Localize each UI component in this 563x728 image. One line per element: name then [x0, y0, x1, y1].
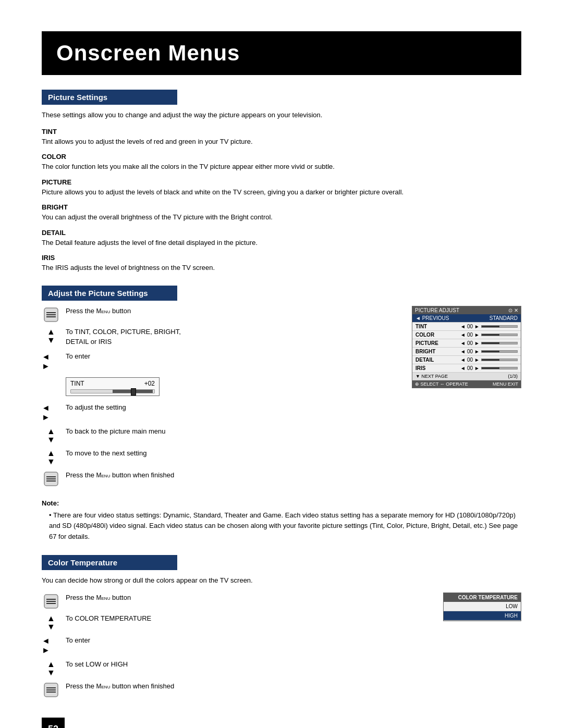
ct-menu-button-icon	[42, 593, 60, 609]
menu-page-indicator: (1/3)	[508, 374, 518, 379]
color-temp-menu-area: COLOR TEMPERATURE LOW HIGH	[443, 593, 521, 621]
setting-picture-desc: Picture allows you to adjust the levels …	[42, 187, 521, 198]
ct-low-row: LOW	[444, 602, 521, 611]
ct-updown-icon: ▲▼	[42, 613, 60, 631]
svg-rect-11	[46, 603, 56, 604]
tint-slider-thumb	[131, 388, 136, 396]
tint-box: TINT +02	[66, 377, 160, 396]
step-7: Press the Menu button when finished	[42, 470, 396, 487]
step-2: ▲▼ To TINT, COLOR, PICTURE, BRIGHT,DETAI…	[42, 327, 396, 347]
setting-iris: IRIS The IRIS adjusts the level of brigh…	[42, 254, 521, 273]
menu-previous-label: ◄ PREVIOUS	[415, 315, 449, 321]
setting-tint-label: TINT	[42, 128, 521, 135]
tint-box-value: +02	[144, 380, 155, 387]
ct-step-5-text: Press the Menu button when finished	[66, 681, 174, 692]
ct-step-5: Press the Menu button when finished	[42, 681, 427, 698]
menu-standard-label: STANDARD	[489, 315, 518, 321]
step-5: ▲▼ To back to the picture main menu	[42, 426, 396, 444]
color-temp-steps: Press the Menu button ▲▼ To COLOR TEMPER…	[42, 593, 427, 702]
menu-footer: ⊕ SELECT ↔ OPERATE MENU EXIT	[412, 380, 521, 388]
setting-detail-label: DETAIL	[42, 229, 521, 237]
menu-button-icon	[42, 306, 60, 323]
picture-adjust-menu: PICTURE ADJUST ⊙ ✕ ◄ PREVIOUS STANDARD T…	[412, 306, 521, 388]
tint-box-label: TINT	[70, 380, 84, 387]
menu-tint-row: TINT ◄ 00 ►	[412, 323, 521, 331]
setting-bright-label: BRIGHT	[42, 203, 521, 211]
menu-tint-label: TINT	[415, 324, 444, 329]
note-section: Note: • There are four video status sett…	[42, 499, 521, 542]
updown-next-icon: ▲▼	[42, 448, 60, 466]
ct-leftright-icon: ◄ ►	[42, 635, 60, 655]
menu-picture-row: PICTURE ◄ 00 ►	[412, 339, 521, 348]
step-2-text: To TINT, COLOR, PICTURE, BRIGHT,DETAIL o…	[66, 327, 181, 347]
leftright-arrow-icon: ◄ ►	[42, 351, 60, 371]
svg-rect-9	[46, 599, 56, 600]
ct-menu-title: COLOR TEMPERATURE	[444, 593, 521, 602]
svg-rect-13	[46, 687, 56, 688]
page-number-badge: 52	[42, 718, 65, 728]
setting-color: COLOR The color function lets you make a…	[42, 153, 521, 172]
leftright-adjust-icon: ◄ ►	[42, 402, 60, 422]
adjust-steps: Press the Menu button ▲▼ To TINT, COLOR,…	[42, 306, 396, 491]
setting-tint: TINT Tint allows you to adjust the level…	[42, 128, 521, 147]
step-7-text: Press the Menu button when finished	[66, 470, 174, 480]
note-label: Note:	[42, 499, 59, 507]
menu-footer-exit: MENU EXIT	[493, 381, 518, 387]
tint-slider-area: TINT +02	[42, 375, 396, 398]
step-4-text: To adjust the setting	[66, 402, 126, 413]
ct-step-3-text: To enter	[66, 635, 90, 646]
menu-color-row: COLOR ◄ 00 ►	[412, 331, 521, 339]
ct-step-2: ▲▼ To COLOR TEMPERATURE	[42, 613, 427, 631]
menu-next-page-label: ▼ NEXT PAGE	[415, 374, 448, 379]
updown-arrow-icon: ▲▼	[42, 327, 60, 344]
ct-step-3: ◄ ► To enter	[42, 635, 427, 655]
setting-bright: BRIGHT You can adjust the overall bright…	[42, 203, 521, 223]
step-3-text: To enter	[66, 351, 90, 362]
ct-menu-done-icon	[42, 681, 60, 698]
menu-iris-label: IRIS	[415, 365, 444, 371]
setting-color-label: COLOR	[42, 153, 521, 161]
color-temperature-section: Color Temperature You can decide how str…	[42, 555, 521, 702]
color-temperature-intro: You can decide how strong or dull the co…	[42, 575, 521, 586]
step-5-text: To back to the picture main menu	[66, 426, 166, 437]
updown-back-icon: ▲▼	[42, 426, 60, 444]
svg-rect-6	[46, 478, 56, 479]
ct-step-1-text: Press the Menu button	[66, 593, 131, 603]
menu-color-label: COLOR	[415, 332, 444, 338]
step-1: Press the Menu button	[42, 306, 396, 323]
note-text: • There are four video status settings: …	[42, 510, 521, 542]
svg-rect-2	[46, 314, 56, 315]
setting-detail: DETAIL The Detail feature adjusts the le…	[42, 229, 521, 248]
ct-high-row: HIGH	[444, 611, 521, 621]
menu-detail-row: DETAIL ◄ 00 ►	[412, 356, 521, 364]
menu-detail-label: DETAIL	[415, 357, 444, 363]
svg-rect-15	[46, 692, 56, 693]
svg-rect-14	[46, 689, 56, 690]
menu-bright-row: BRIGHT ◄ 00 ►	[412, 348, 521, 356]
menu-picture-label: PICTURE	[415, 340, 444, 346]
setting-iris-label: IRIS	[42, 254, 521, 262]
step-1-text: Press the Menu button	[66, 306, 131, 316]
setting-detail-desc: The Detail feature adjusts the level of …	[42, 238, 521, 248]
menu-footer-select: ⊕ SELECT ↔ OPERATE	[415, 381, 468, 387]
picture-adjust-menu-box: PICTURE ADJUST ⊙ ✕ ◄ PREVIOUS STANDARD T…	[412, 306, 521, 388]
page-title-banner: Onscreen Menus	[42, 31, 521, 75]
setting-bright-desc: You can adjust the overall brightness of…	[42, 212, 521, 223]
ct-step-4: ▲▼ To set LOW or HIGH	[42, 659, 427, 677]
page-title: Onscreen Menus	[56, 41, 507, 66]
svg-rect-10	[46, 601, 56, 602]
note-bullet-symbol: •	[49, 511, 53, 519]
menu-bright-label: BRIGHT	[415, 349, 444, 354]
ct-step-2-text: To COLOR TEMPERATURE	[66, 613, 151, 624]
setting-picture-label: PICTURE	[42, 178, 521, 186]
step-3: ◄ ► To enter	[42, 351, 396, 371]
menu-icons: ⊙ ✕	[508, 307, 518, 313]
menu-tint-control: ◄ 00 ►	[460, 324, 518, 329]
svg-rect-1	[46, 312, 56, 313]
picture-settings-section: Picture Settings These settings allow yo…	[42, 90, 521, 273]
color-temp-menu-box: COLOR TEMPERATURE LOW HIGH	[443, 593, 521, 621]
svg-rect-3	[46, 316, 56, 317]
setting-iris-desc: The IRIS adjusts the level of brightness…	[42, 263, 521, 273]
step-6: ▲▼ To move to the next setting	[42, 448, 396, 466]
ct-updown2-icon: ▲▼	[42, 659, 60, 677]
